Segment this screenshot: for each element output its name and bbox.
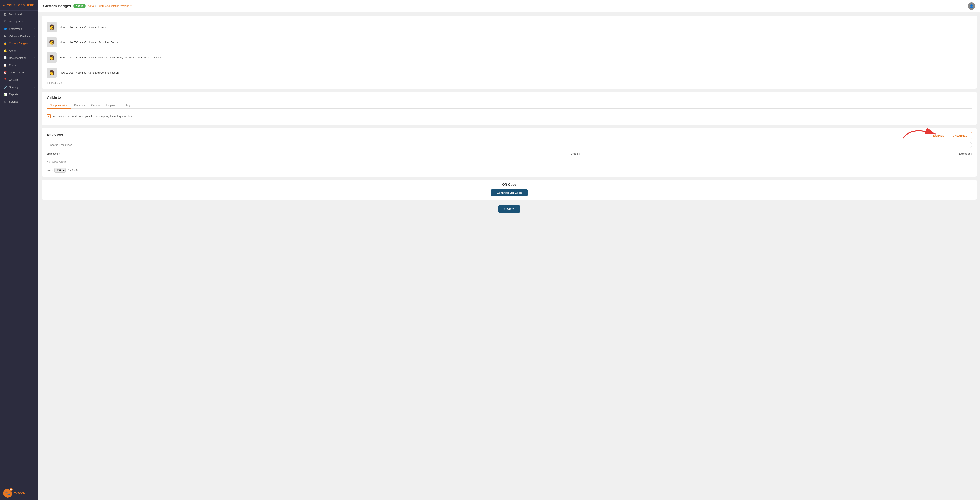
video-thumbnail: 🧑 <box>46 37 57 47</box>
company-wide-checkbox[interactable]: ✓ <box>46 114 51 118</box>
sidebar-item-time-tracking[interactable]: ⏰ Time Tracking › <box>0 69 38 76</box>
qr-code-card: QR Code Generate QR Code <box>42 180 977 200</box>
video-list-item: 🧑 How to Use Tyfoom #7: Library - Submit… <box>46 35 972 50</box>
sidebar-item-alerts[interactable]: 🔔 Alerts › <box>0 47 38 54</box>
visible-to-title: Visible to <box>46 96 972 100</box>
earned-sort-icon: ▾ <box>971 153 972 155</box>
visible-to-card: Visible to Company WideDivisionsGroupsEm… <box>42 92 977 125</box>
nav-label-sharing: Sharing <box>9 86 18 89</box>
no-results-message: No results found <box>46 157 972 166</box>
nav-label-employees: Employees <box>9 27 22 30</box>
qr-section-title: QR Code <box>46 183 972 187</box>
content-area: 👩 How to Use Tyfoom #6: Library - Forms … <box>38 12 980 500</box>
video-list-card: 👩 How to Use Tyfoom #6: Library - Forms … <box>42 16 977 89</box>
nav-icon-forms: 📋 <box>3 64 7 67</box>
status-badge: Active <box>73 4 86 8</box>
sidebar-item-custom-badges[interactable]: 🏅 Custom Badges <box>0 40 38 47</box>
nav-label-videos: Videos & Playlists <box>9 35 30 38</box>
breadcrumb: Active / New Hire Orientation / Version … <box>88 5 133 8</box>
nav-label-dashboard: Dashboard <box>9 13 22 16</box>
sidebar-item-on-site[interactable]: 📍 On-Site › <box>0 76 38 83</box>
tab-employees[interactable]: Employees <box>103 102 123 108</box>
video-title: How to Use Tyfoom #8: Library - Policies… <box>60 56 162 59</box>
nav-label-management: Management <box>9 20 24 23</box>
sidebar-item-reports[interactable]: 📊 Reports › <box>0 91 38 98</box>
video-thumbnail: 👩 <box>46 22 57 32</box>
total-videos: Total Videos: 11 <box>46 82 972 84</box>
nav-chevron-forms: › <box>34 64 35 66</box>
nav-label-custom-badges: Custom Badges <box>9 42 28 45</box>
table-header: Employee ▾ Group ▾ Earned at ▾ <box>46 151 972 157</box>
nav-chevron-on-site: › <box>34 78 35 81</box>
nav-chevron-settings: › <box>34 100 35 103</box>
nav-chevron-management: › <box>34 20 35 23</box>
red-arrow-annotation <box>899 128 940 140</box>
sidebar-item-employees[interactable]: 👥 Employees › <box>0 25 38 32</box>
video-thumbnail: 👩 <box>46 68 57 78</box>
nav-icon-dashboard: ▦ <box>3 13 7 16</box>
employees-section-title: Employees <box>46 133 64 136</box>
sidebar-item-videos[interactable]: ▶ Videos & Playlists › <box>0 32 38 40</box>
logo-icon: // <box>3 3 5 8</box>
employees-card: Employees EARNED <box>42 128 977 177</box>
tyfoom-label: TYFOOM <box>14 492 25 495</box>
nav-label-documentation: Documentation <box>9 56 27 59</box>
sidebar-item-settings[interactable]: ⚙ Settings › <box>0 98 38 105</box>
main-content: Custom Badges Active Active / New Hire O… <box>38 0 980 500</box>
rows-per-page-select[interactable]: 100 50 25 <box>54 168 65 172</box>
nav-icon-alerts: 🔔 <box>3 49 7 52</box>
update-section: Update <box>42 203 977 215</box>
video-title: How to Use Tyfoom #6: Library - Forms <box>60 26 106 29</box>
nav-chevron-alerts: › <box>34 49 35 52</box>
tab-tags[interactable]: Tags <box>123 102 135 108</box>
unearned-button[interactable]: UNEARNED <box>948 132 972 139</box>
nav-icon-reports: 📊 <box>3 92 7 96</box>
tab-groups[interactable]: Groups <box>88 102 103 108</box>
search-employees-input[interactable] <box>46 142 972 148</box>
video-list-item: 👩 How to Use Tyfoom #6: Library - Forms <box>46 20 972 35</box>
col-earned-at-header[interactable]: Earned at ▾ <box>708 152 972 155</box>
nav-icon-custom-badges: 🏅 <box>3 42 7 45</box>
generate-qr-button[interactable]: Generate QR Code <box>491 189 527 196</box>
tab-divisions[interactable]: Divisions <box>71 102 88 108</box>
nav-icon-on-site: 📍 <box>3 78 7 81</box>
nav-icon-employees: 👥 <box>3 27 7 30</box>
tyfoom-badge: 🐾 54 <box>3 489 12 498</box>
tab-company-wide[interactable]: Company Wide <box>46 102 71 108</box>
toggle-area: EARNED UNEARNED <box>929 132 972 139</box>
nav-label-forms: Forms <box>9 64 16 67</box>
nav-icon-sharing: 🔗 <box>3 85 7 89</box>
sidebar-item-management[interactable]: ⚙ Management › <box>0 18 38 25</box>
nav-label-settings: Settings <box>9 100 18 103</box>
sidebar-item-dashboard[interactable]: ▦ Dashboard <box>0 11 38 18</box>
video-title: How to Use Tyfoom #7: Library - Submitte… <box>60 41 118 44</box>
pagination-row: Rows: 100 50 25 0 - 0 of 0 <box>46 168 972 172</box>
video-title: How to Use Tyfoom #9: Alerts and Communi… <box>60 71 119 74</box>
pagination-range: 0 - 0 of 0 <box>68 169 78 172</box>
sidebar-logo[interactable]: // YOUR LOGO HERE <box>0 0 38 11</box>
notification-count: 54 <box>9 488 13 492</box>
nav-chevron-reports: › <box>34 93 35 96</box>
group-sort-icon: ▾ <box>579 153 580 155</box>
employee-sort-icon: ▾ <box>59 153 60 155</box>
tyfoom-bottom[interactable]: 🐾 54 TYFOOM <box>0 486 38 500</box>
sidebar: // YOUR LOGO HERE ▦ Dashboard ⚙ Manageme… <box>0 0 38 500</box>
nav-chevron-documentation: › <box>34 57 35 59</box>
update-button[interactable]: Update <box>498 205 520 213</box>
user-avatar[interactable]: 👤 <box>968 2 975 10</box>
nav-chevron-time-tracking: › <box>34 71 35 73</box>
nav-label-reports: Reports <box>9 93 18 96</box>
sidebar-item-forms[interactable]: 📋 Forms › <box>0 62 38 69</box>
sidebar-item-documentation[interactable]: 📄 Documentation › <box>0 54 38 62</box>
col-employee-header[interactable]: Employee ▾ <box>46 152 443 155</box>
col-group-header[interactable]: Group ▾ <box>443 152 708 155</box>
video-list-item: 👩 How to Use Tyfoom #8: Library - Polici… <box>46 50 972 65</box>
nav-chevron-employees: › <box>34 27 35 30</box>
video-thumbnail: 👩 <box>46 53 57 62</box>
video-list-item: 👩 How to Use Tyfoom #9: Alerts and Commu… <box>46 65 972 80</box>
checkbox-row: ✓ Yes, assign this to all employees in t… <box>46 112 972 121</box>
checkbox-label: Yes, assign this to all employees in the… <box>52 115 134 118</box>
nav-label-on-site: On-Site <box>9 78 18 81</box>
rows-select[interactable]: Rows: 100 50 25 <box>46 168 65 172</box>
sidebar-item-sharing[interactable]: 🔗 Sharing › <box>0 83 38 91</box>
